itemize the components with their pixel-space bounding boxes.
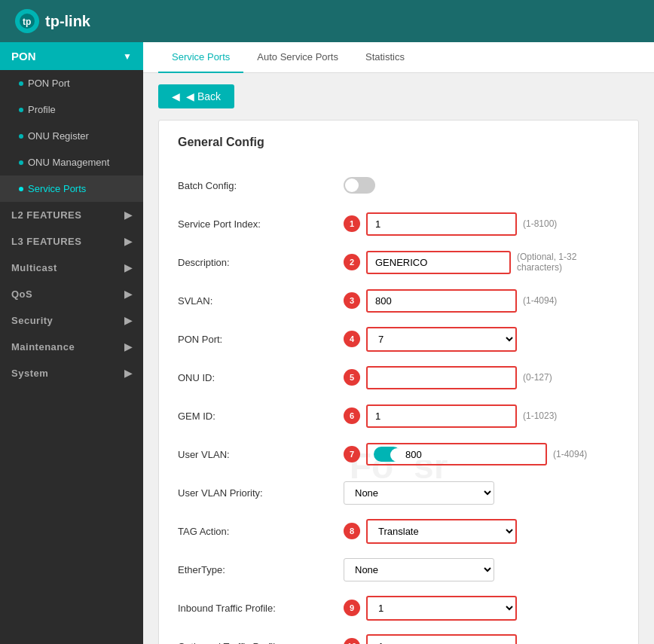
badge-3: 3	[344, 292, 360, 309]
sidebar-group-qos[interactable]: QoS ▶	[0, 281, 143, 307]
back-label: ◀ Back	[186, 90, 221, 102]
dot-icon	[19, 160, 23, 165]
field-gem-id: GEM ID: 6 (1-1023)	[178, 402, 619, 429]
sidebar-group-system[interactable]: System ▶	[0, 360, 143, 386]
input-onu-id[interactable]	[366, 366, 517, 389]
label-gem-id: GEM ID:	[178, 411, 344, 422]
dot-icon	[19, 187, 23, 191]
select-inbound-traffic-profile[interactable]: 12345	[366, 596, 517, 621]
select-ethertype[interactable]: None0x81000x88a80x9100	[344, 558, 494, 581]
svg-text:tp: tp	[23, 17, 31, 27]
control-batch-config	[344, 177, 619, 194]
select-user-vlan-priority[interactable]: None012 34567	[344, 481, 494, 505]
field-tag-action: TAG Action: 8 TranslateAddRemoveNone	[178, 517, 619, 545]
logo-icon: tp	[15, 9, 39, 33]
control-onu-id: 5 (0-127)	[344, 366, 619, 389]
badge-6: 6	[344, 407, 360, 424]
label-batch-config: Batch Config:	[178, 180, 344, 191]
sidebar-group-l2[interactable]: L2 FEATURES ▶	[0, 202, 143, 228]
logo: tp tp-link	[15, 9, 90, 33]
label-ethertype: EtherType:	[178, 564, 344, 575]
chevron-right-icon: ▶	[124, 288, 133, 300]
sidebar-item-onu-management[interactable]: ONU Management	[0, 149, 143, 175]
select-outbound-traffic-profile[interactable]: 12345	[366, 634, 517, 645]
tab-statistics[interactable]: Statistics	[352, 42, 418, 73]
chevron-right-icon: ▶	[124, 209, 133, 221]
input-svlan[interactable]	[366, 289, 517, 313]
hint-user-vlan: (1-4094)	[553, 449, 587, 459]
control-tag-action: 8 TranslateAddRemoveNone	[344, 519, 619, 544]
field-onu-id: ONU ID: 5 (0-127)	[178, 364, 619, 391]
control-user-vlan-priority: None012 34567	[344, 481, 619, 505]
form-title: General Config	[178, 136, 619, 157]
badge-5: 5	[344, 369, 360, 386]
toggle-user-vlan[interactable]	[374, 447, 401, 462]
sidebar-item-onu-register[interactable]: ONU Register	[0, 123, 143, 149]
sidebar-item-label: ONU Register	[28, 130, 89, 142]
sidebar-group-label: Maintenance	[11, 341, 75, 353]
tab-label: Auto Service Ports	[257, 51, 338, 63]
back-arrow-icon: ◀	[172, 90, 180, 102]
field-pon-port: PON Port: 4 1234 5678	[178, 325, 619, 353]
input-description[interactable]	[366, 251, 511, 274]
sidebar-item-profile[interactable]: Profile	[0, 96, 143, 123]
toggle-slider	[344, 177, 375, 194]
badge-1: 1	[344, 215, 360, 232]
sidebar-group-multicast[interactable]: Multicast ▶	[0, 255, 143, 281]
sidebar-item-service-ports[interactable]: Service Ports	[0, 175, 143, 202]
main-content: Service Ports Auto Service Ports Statist…	[143, 42, 654, 644]
input-gem-id[interactable]	[366, 404, 517, 428]
sidebar-item-pon-port[interactable]: PON Port	[0, 70, 143, 96]
label-service-port-index: Service Port Index:	[178, 218, 344, 230]
chevron-right-icon: ▶	[124, 315, 133, 326]
hint-service-port-index: (1-8100)	[523, 218, 557, 229]
sidebar-group-label: QoS	[11, 288, 32, 300]
sidebar-pon-section[interactable]: PON ▼	[0, 42, 143, 70]
field-outbound-traffic-profile: Outbound Traffic Profile: 10 12345	[178, 633, 619, 644]
sidebar-item-label: PON Port	[28, 78, 70, 89]
toggle-slider	[374, 447, 401, 462]
select-pon-port[interactable]: 1234 5678	[366, 327, 517, 352]
chevron-right-icon: ▶	[124, 368, 133, 379]
toggle-batch-config[interactable]	[344, 177, 375, 194]
input-service-port-index[interactable]	[366, 212, 517, 236]
sidebar-pon-label: PON	[11, 50, 36, 63]
field-description: Description: 2 (Optional, 1-32 character…	[178, 249, 619, 276]
hint-description: (Optional, 1-32 characters)	[517, 252, 619, 273]
hint-gem-id: (1-1023)	[523, 411, 557, 421]
user-vlan-wrap	[366, 443, 547, 465]
select-tag-action[interactable]: TranslateAddRemoveNone	[366, 519, 517, 544]
sidebar-group-security[interactable]: Security ▶	[0, 307, 143, 334]
tab-bar: Service Ports Auto Service Ports Statist…	[143, 42, 654, 73]
label-description: Description:	[178, 257, 344, 268]
chevron-down-icon: ▼	[123, 51, 132, 62]
label-pon-port: PON Port:	[178, 334, 344, 345]
chevron-right-icon: ▶	[124, 236, 133, 247]
label-svlan: SVLAN:	[178, 295, 344, 307]
back-button[interactable]: ◀ ◀ Back	[158, 84, 234, 108]
hint-onu-id: (0-127)	[523, 372, 552, 383]
chevron-right-icon: ▶	[124, 262, 133, 273]
field-batch-config: Batch Config:	[178, 172, 619, 199]
field-service-port-index: Service Port Index: 1 (1-8100)	[178, 210, 619, 237]
sidebar-group-label: System	[11, 368, 48, 379]
general-config-form: Fo_sr General Config Batch Config: Servi…	[158, 120, 639, 644]
field-ethertype: EtherType: None0x81000x88a80x9100	[178, 556, 619, 583]
field-inbound-traffic-profile: Inbound Traffic Profile: 9 12345	[178, 594, 619, 621]
chevron-right-icon: ▶	[124, 341, 133, 353]
badge-4: 4	[344, 331, 360, 347]
hint-svlan: (1-4094)	[523, 295, 557, 306]
badge-9: 9	[344, 600, 360, 616]
sidebar-item-label: ONU Management	[28, 157, 109, 168]
field-svlan: SVLAN: 3 (1-4094)	[178, 287, 619, 314]
control-svlan: 3 (1-4094)	[344, 289, 619, 313]
tab-service-ports[interactable]: Service Ports	[158, 42, 243, 73]
label-user-vlan: User VLAN:	[178, 449, 344, 460]
input-user-vlan[interactable]	[405, 449, 511, 460]
sidebar-group-l3[interactable]: L3 FEATURES ▶	[0, 228, 143, 255]
sidebar-group-label: Security	[11, 315, 53, 326]
sidebar-group-maintenance[interactable]: Maintenance ▶	[0, 334, 143, 360]
tab-label: Service Ports	[172, 51, 230, 63]
tab-auto-service-ports[interactable]: Auto Service Ports	[243, 42, 352, 73]
control-outbound-traffic-profile: 10 12345	[344, 634, 619, 645]
